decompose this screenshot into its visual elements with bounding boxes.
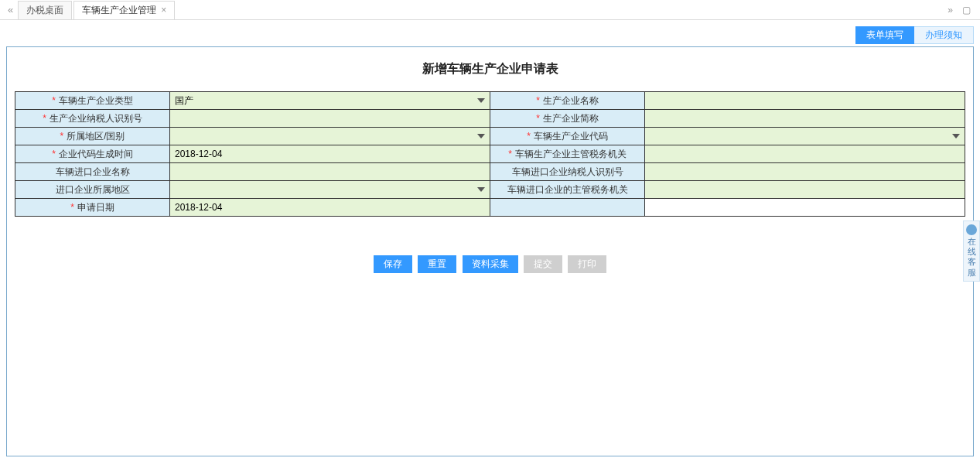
online-service-widget[interactable]: 在线客服 xyxy=(963,220,980,282)
label-import-tax-authority: 车辆进口企业的主管税务机关 xyxy=(507,184,628,195)
reset-button[interactable]: 重置 xyxy=(418,255,456,273)
required-mark: * xyxy=(536,95,540,106)
import-region-select[interactable] xyxy=(170,181,490,199)
tax-authority-cell[interactable] xyxy=(645,145,965,163)
required-mark: * xyxy=(536,113,540,124)
window-maximize-icon[interactable]: ▢ xyxy=(958,5,975,15)
tab-label: 办税桌面 xyxy=(26,1,63,19)
required-mark: * xyxy=(52,149,56,159)
application-form-table: *车辆生产企业类型 *生产企业名称 *生产企业纳税人识别号 *生产企业简称 xyxy=(15,91,965,217)
label-import-enterprise-name: 车辆进口企业名称 xyxy=(56,166,130,177)
empty-cell xyxy=(645,199,965,217)
enterprise-code-select[interactable] xyxy=(645,128,965,145)
required-mark: * xyxy=(60,131,63,142)
code-gen-time-input[interactable] xyxy=(175,149,485,159)
import-taxpayer-id-cell[interactable] xyxy=(645,163,965,181)
required-mark: * xyxy=(52,95,56,106)
tab-vehicle-enterprise-mgmt[interactable]: 车辆生产企业管理 × xyxy=(73,1,175,19)
print-button: 打印 xyxy=(568,255,606,273)
label-region-country: 所属地区/国别 xyxy=(67,131,125,142)
import-enterprise-name-cell[interactable] xyxy=(170,163,490,181)
import-region-input[interactable] xyxy=(175,184,485,195)
code-gen-time-cell[interactable] xyxy=(170,145,490,163)
enterprise-code-input[interactable] xyxy=(650,131,960,142)
manufacturer-short-input[interactable] xyxy=(650,113,960,124)
manufacturer-name-cell[interactable] xyxy=(645,92,965,110)
required-mark: * xyxy=(527,131,531,142)
tabs-scroll-right[interactable]: » xyxy=(943,5,958,15)
label-tax-authority: 车辆生产企业主管税务机关 xyxy=(515,149,627,159)
close-icon[interactable]: × xyxy=(161,1,166,19)
import-enterprise-name-input[interactable] xyxy=(175,166,485,177)
required-mark: * xyxy=(508,149,512,159)
required-mark: * xyxy=(70,202,74,213)
vehicle-enterprise-type-select[interactable] xyxy=(170,92,490,110)
collect-button[interactable]: 资料采集 xyxy=(463,255,518,273)
online-service-label: 在线客服 xyxy=(968,237,976,277)
form-panel: 新增车辆生产企业申请表 *车辆生产企业类型 *生产企业名称 *生产企业纳税人识别… xyxy=(6,46,974,456)
manufacturer-short-cell[interactable] xyxy=(645,110,965,128)
import-tax-authority-input[interactable] xyxy=(650,184,960,195)
tax-authority-input[interactable] xyxy=(650,149,960,159)
label-import-region: 进口企业所属地区 xyxy=(56,184,130,195)
label-manufacturer-name: 生产企业名称 xyxy=(543,95,599,106)
label-code-gen-time: 企业代码生成时间 xyxy=(59,149,133,159)
required-mark: * xyxy=(43,113,46,124)
apply-date-cell[interactable] xyxy=(170,199,490,217)
save-button[interactable]: 保存 xyxy=(374,255,412,273)
label-enterprise-code: 车辆生产企业代码 xyxy=(534,131,608,142)
process-notice-button[interactable]: 办理须知 xyxy=(914,26,974,44)
page-title: 新增车辆生产企业申请表 xyxy=(15,61,965,77)
tabs-scroll-left[interactable]: « xyxy=(3,4,18,15)
tab-label: 车辆生产企业管理 xyxy=(82,1,156,19)
form-fill-button[interactable]: 表单填写 xyxy=(855,26,914,44)
avatar-icon xyxy=(966,224,977,235)
label-vehicle-enterprise-type: 车辆生产企业类型 xyxy=(59,95,133,106)
label-manufacturer-short: 生产企业简称 xyxy=(543,113,599,124)
region-country-select[interactable] xyxy=(170,128,490,145)
tab-tax-desktop[interactable]: 办税桌面 xyxy=(18,1,72,19)
import-tax-authority-cell[interactable] xyxy=(645,181,965,199)
vehicle-enterprise-type-input[interactable] xyxy=(175,95,485,106)
taxpayer-id-cell[interactable] xyxy=(170,110,490,128)
label-import-taxpayer-id: 车辆进口企业纳税人识别号 xyxy=(512,166,623,177)
apply-date-input[interactable] xyxy=(175,202,485,213)
label-taxpayer-id: 生产企业纳税人识别号 xyxy=(50,113,142,124)
empty-label xyxy=(490,199,645,217)
taxpayer-id-input[interactable] xyxy=(175,113,485,124)
region-country-input[interactable] xyxy=(175,131,485,142)
manufacturer-name-input[interactable] xyxy=(650,95,960,106)
submit-button: 提交 xyxy=(524,255,562,273)
import-taxpayer-id-input[interactable] xyxy=(650,166,960,177)
label-apply-date: 申请日期 xyxy=(77,202,114,213)
